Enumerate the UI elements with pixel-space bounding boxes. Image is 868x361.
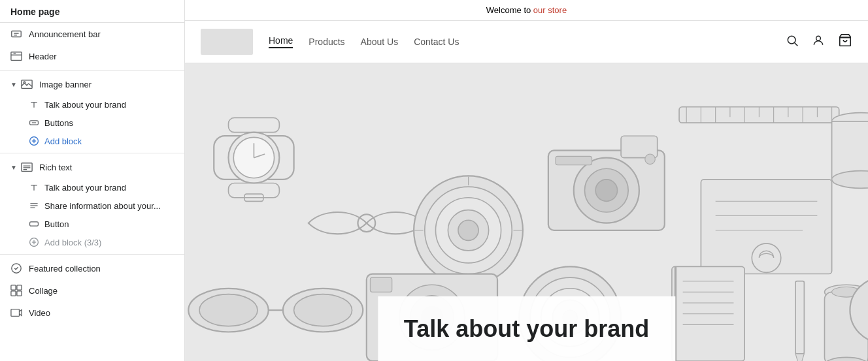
sidebar-item-header-label: Header bbox=[29, 52, 57, 61]
svg-line-35 bbox=[795, 42, 798, 46]
store-header: Home Products About Us Contact Us bbox=[185, 21, 868, 63]
featured-collection-icon bbox=[10, 262, 22, 274]
sidebar-child-talk-brand-1[interactable]: Talk about your brand bbox=[0, 95, 184, 114]
sidebar-item-announcement[interactable]: Announcement bar bbox=[0, 23, 184, 45]
hero-inner: Talk about your brand bbox=[185, 63, 868, 361]
sidebar-item-video-label: Video bbox=[29, 308, 50, 318]
brand-text-overlay: Talk about your brand bbox=[378, 296, 675, 361]
sidebar-item-video[interactable]: Video bbox=[0, 302, 184, 324]
nav-products[interactable]: Products bbox=[309, 37, 344, 47]
collage-icon bbox=[10, 285, 22, 296]
svg-rect-75 bbox=[701, 180, 831, 274]
sidebar-child-button-label: Button bbox=[44, 219, 69, 229]
sidebar-child-button[interactable]: Button bbox=[0, 215, 184, 233]
chevron-down-icon: ▼ bbox=[10, 81, 17, 88]
sidebar: Home page Announcement bar Header ▼ bbox=[0, 0, 185, 361]
sidebar-add-block-rich-text[interactable]: Add block (3/3) bbox=[0, 233, 184, 251]
sidebar-group-rich-text-label: Rich text bbox=[39, 163, 73, 172]
sidebar-child-talk-brand-2[interactable]: Talk about your brand bbox=[0, 178, 184, 196]
svg-point-51 bbox=[458, 220, 478, 240]
svg-marker-108 bbox=[795, 354, 804, 361]
search-icon[interactable] bbox=[786, 34, 799, 50]
svg-point-36 bbox=[816, 36, 821, 40]
sidebar-item-featured-collection-label: Featured collection bbox=[29, 264, 101, 274]
svg-rect-15 bbox=[22, 163, 32, 172]
main-content: Welcome to our store Home Products About… bbox=[185, 0, 868, 361]
announcement-text: Welcome to our store bbox=[486, 5, 567, 15]
plus-circle-icon bbox=[29, 136, 39, 146]
list-icon bbox=[29, 200, 39, 211]
header-icon bbox=[10, 50, 22, 62]
sidebar-child-talk-brand-2-label: Talk about your brand bbox=[44, 183, 126, 193]
sidebar-child-share-info-label: Share information about your... bbox=[44, 201, 161, 211]
sidebar-item-header[interactable]: Header bbox=[0, 45, 184, 67]
nav-about-us[interactable]: About Us bbox=[361, 37, 399, 47]
svg-rect-24 bbox=[30, 222, 39, 226]
sidebar-item-featured-collection[interactable]: Featured collection bbox=[0, 257, 184, 279]
store-nav: Home Products About Us Contact Us bbox=[269, 35, 786, 48]
brand-overlay-title: Talk about your brand bbox=[404, 315, 649, 343]
svg-point-60 bbox=[595, 180, 617, 201]
svg-point-62 bbox=[645, 154, 656, 165]
announcement-link[interactable]: our store bbox=[533, 5, 567, 15]
svg-rect-3 bbox=[11, 52, 22, 61]
hero-canvas: Talk about your brand bbox=[185, 63, 868, 361]
sidebar-child-share-info[interactable]: Share information about your... bbox=[0, 196, 184, 215]
store-icons bbox=[786, 33, 852, 51]
divider-2 bbox=[0, 153, 184, 153]
sidebar-child-talk-brand-1-label: Talk about your brand bbox=[44, 100, 126, 110]
announcement-icon bbox=[10, 28, 22, 40]
chevron-down-icon-2: ▼ bbox=[10, 164, 17, 171]
svg-rect-30 bbox=[17, 285, 22, 290]
text-icon-1 bbox=[29, 99, 39, 110]
divider-3 bbox=[0, 254, 184, 255]
svg-rect-44 bbox=[229, 183, 280, 198]
button-icon-2 bbox=[29, 219, 39, 229]
svg-rect-0 bbox=[12, 31, 21, 37]
account-icon[interactable] bbox=[812, 34, 825, 50]
sidebar-item-announcement-label: Announcement bar bbox=[29, 29, 101, 39]
store-announcement-bar: Welcome to our store bbox=[185, 0, 868, 21]
svg-point-86 bbox=[294, 294, 352, 326]
sidebar-item-collage-label: Collage bbox=[29, 286, 58, 296]
svg-rect-32 bbox=[17, 291, 22, 296]
sidebar-title: Home page bbox=[0, 0, 184, 23]
rich-text-icon bbox=[21, 161, 33, 173]
image-banner-icon bbox=[21, 78, 33, 90]
button-icon-1 bbox=[29, 118, 39, 128]
sidebar-group-image-banner-label: Image banner bbox=[39, 80, 92, 89]
sidebar-add-block-limit-label: Add block (3/3) bbox=[44, 238, 101, 247]
cart-icon[interactable] bbox=[838, 33, 852, 51]
nav-home[interactable]: Home bbox=[269, 35, 293, 48]
sidebar-child-buttons-1-label: Buttons bbox=[44, 118, 73, 128]
sidebar-group-image-banner[interactable]: ▼ Image banner bbox=[0, 73, 184, 95]
sidebar-child-buttons-1[interactable]: Buttons bbox=[0, 114, 184, 132]
sidebar-group-rich-text[interactable]: ▼ Rich text bbox=[0, 156, 184, 178]
svg-rect-107 bbox=[795, 281, 804, 354]
sidebar-add-block-image-banner[interactable]: Add block bbox=[0, 132, 184, 150]
sidebar-add-block-label: Add block bbox=[44, 136, 82, 146]
svg-rect-43 bbox=[229, 118, 280, 132]
sidebar-item-collage[interactable]: Collage bbox=[0, 279, 184, 302]
svg-point-34 bbox=[788, 36, 795, 44]
hero-background: Talk about your brand bbox=[185, 63, 868, 361]
svg-rect-31 bbox=[11, 291, 16, 296]
svg-rect-29 bbox=[11, 285, 16, 290]
plus-circle-icon-2 bbox=[29, 237, 39, 247]
svg-rect-61 bbox=[556, 156, 592, 165]
svg-point-84 bbox=[199, 294, 258, 326]
divider-1 bbox=[0, 70, 184, 71]
svg-rect-33 bbox=[11, 309, 20, 317]
svg-rect-94 bbox=[370, 277, 392, 292]
video-icon bbox=[10, 307, 22, 319]
store-logo bbox=[201, 29, 253, 55]
nav-contact-us[interactable]: Contact Us bbox=[414, 37, 459, 47]
text-icon-2 bbox=[29, 182, 39, 193]
